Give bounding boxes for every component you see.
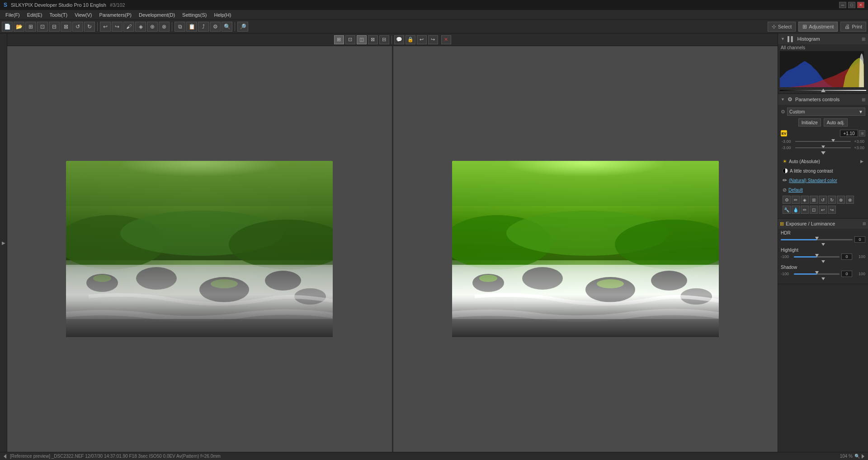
exposure-luminance-expand-icon[interactable]: ⊞ <box>863 221 866 226</box>
tb-paste-button[interactable]: 📋 <box>186 22 197 32</box>
auto-adj-button[interactable]: Auto adj. <box>824 118 848 127</box>
canvas-comment-button[interactable]: 💬 <box>394 35 404 44</box>
canvas-close-button[interactable]: ✕ <box>441 35 451 44</box>
tool-btn-9[interactable]: 🔧 <box>783 206 791 214</box>
highlight-value-box[interactable]: 0 <box>841 253 852 260</box>
hdr-value-box[interactable]: 0 <box>854 236 865 243</box>
canvas-lock-button[interactable]: 🔒 <box>406 35 415 44</box>
tb-search-button[interactable]: 🔍 <box>222 22 232 32</box>
titlebar-controls[interactable]: ─ □ ✕ <box>839 2 864 8</box>
print-button[interactable]: 🖨 Print <box>840 22 866 32</box>
minimize-button[interactable]: ─ <box>839 2 846 8</box>
exposure-luminance-header[interactable]: ⊞ Exposure / Luminance ⊞ <box>778 219 868 229</box>
hdr-slider-thumb[interactable] <box>815 237 819 240</box>
parameters-expand-icon[interactable]: ⊞ <box>862 97 865 102</box>
tb-grid-button[interactable]: ⊞ <box>25 22 36 32</box>
sun-icon: ☀ <box>783 159 787 164</box>
hdr-value: 0 <box>859 237 861 242</box>
menu-parameters[interactable]: Parameters(P) <box>95 11 135 19</box>
histogram-slider[interactable] <box>780 90 866 91</box>
menu-view[interactable]: View(V) <box>71 11 95 19</box>
hdr-triangle-icon[interactable] <box>821 243 825 246</box>
tb-settings-button[interactable]: ⚙ <box>210 22 221 32</box>
statusbar-left-arrow-icon[interactable] <box>4 454 6 459</box>
tool-btn-2[interactable]: ✏ <box>792 196 800 204</box>
canvas-split-button[interactable]: ⊠ <box>368 35 378 44</box>
default-text[interactable]: Default <box>788 188 863 192</box>
tool-btn-13[interactable]: ↩ <box>819 206 827 214</box>
highlight-slider-thumb[interactable] <box>815 254 819 257</box>
exposure-slider2-thumb[interactable] <box>821 146 825 148</box>
tool-btn-11[interactable]: ✏ <box>801 206 809 214</box>
select-button[interactable]: ⊹ Select <box>768 22 796 32</box>
statusbar-right-arrow-icon[interactable] <box>862 454 864 459</box>
left-strip-arrow-icon: ▶ <box>2 240 5 245</box>
tool-btn-4[interactable]: ⊞ <box>810 196 818 204</box>
close-button[interactable]: ✕ <box>857 2 864 8</box>
tool-btn-14[interactable]: ↪ <box>828 206 836 214</box>
tb-undo-button[interactable]: ↩ <box>100 22 111 32</box>
menu-tools[interactable]: Tools(T) <box>46 11 71 19</box>
tb-export-button[interactable]: ⤴ <box>198 22 209 32</box>
exposure-value-box[interactable]: +1.10 <box>840 130 858 137</box>
exposure-slider-thumb[interactable] <box>831 139 835 142</box>
tb-rotate-right-button[interactable]: ↻ <box>84 22 95 32</box>
tb-crop-button[interactable]: ⊟ <box>49 22 60 32</box>
tb-heal-button[interactable]: ⊗ <box>159 22 170 32</box>
tool-btn-7[interactable]: ⊕ <box>837 196 845 204</box>
tb-new-button[interactable]: 📄 <box>2 22 13 32</box>
exposure-grid-button[interactable]: ⊞ <box>859 130 865 136</box>
shadow-value-box[interactable]: 0 <box>841 271 852 277</box>
canvas-grid-button[interactable]: ⊟ <box>379 35 389 44</box>
histogram-expand-icon[interactable]: ⊞ <box>862 37 865 42</box>
menu-settings[interactable]: Settings(S) <box>179 11 210 19</box>
histogram-triangle-handle[interactable] <box>821 89 826 92</box>
auto-absolute-expand-icon[interactable]: ▶ <box>860 159 863 164</box>
shadow-triangle-icon[interactable] <box>821 277 825 280</box>
exposure-slider-track[interactable] <box>795 141 851 142</box>
tb-open-button[interactable]: 📂 <box>14 22 24 32</box>
canvas-redo-button[interactable]: ↪ <box>428 35 438 44</box>
adjustment-button[interactable]: ⊞ Adjustment <box>798 22 838 32</box>
shadow-slider-thumb[interactable] <box>815 271 819 274</box>
tb-clone-button[interactable]: ⊕ <box>147 22 158 32</box>
menu-file[interactable]: File(F) <box>2 11 24 19</box>
tool-btn-12[interactable]: ⊡ <box>810 206 818 214</box>
tb-copy-button[interactable]: ⧉ <box>175 22 185 32</box>
canvas-single-button[interactable]: ⊡ <box>345 35 355 44</box>
svg-rect-13 <box>66 319 333 337</box>
left-strip[interactable]: ▶ <box>0 33 7 452</box>
menu-development[interactable]: Development(D) <box>135 11 179 19</box>
parameters-header[interactable]: ▼ ⚙ Parameters controls ⊞ <box>778 94 868 105</box>
tool-btn-5[interactable]: ↺ <box>819 196 827 204</box>
tb-single-button[interactable]: ⊡ <box>37 22 48 32</box>
hdr-slider-track[interactable] <box>781 239 853 240</box>
highlight-slider-track[interactable] <box>794 256 840 258</box>
tb-zoom-button[interactable]: 🔎 <box>237 22 248 32</box>
tb-eraser-button[interactable]: ◈ <box>135 22 146 32</box>
shadow-slider-track[interactable] <box>794 273 840 275</box>
tool-btn-6[interactable]: ↻ <box>828 196 836 204</box>
tb-brush-button[interactable]: 🖌 <box>123 22 134 32</box>
canvas-side-by-side-button[interactable]: ⊞ <box>334 35 344 44</box>
initialize-button[interactable]: Initialize <box>798 118 821 127</box>
canvas-undo-button[interactable]: ↩ <box>417 35 427 44</box>
histogram-header[interactable]: ▼ ▌▌ Histogram ⊞ <box>778 33 868 44</box>
tb-rotate-left-button[interactable]: ↺ <box>72 22 83 32</box>
highlight-triangle-icon[interactable] <box>821 260 825 263</box>
exposure-triangle-icon[interactable] <box>821 151 826 155</box>
tb-compare-button[interactable]: ⊠ <box>61 22 71 32</box>
exposure-slider2-track[interactable] <box>795 147 851 148</box>
tool-btn-1[interactable]: ⚙ <box>783 196 791 204</box>
menu-help[interactable]: Help(H) <box>211 11 235 19</box>
canvas-compare-button[interactable]: ◫ <box>357 35 367 44</box>
menu-edit[interactable]: Edit(E) <box>24 11 46 19</box>
tool-btn-10[interactable]: 💧 <box>792 206 800 214</box>
hdr-label: HDR <box>781 230 791 235</box>
tool-btn-8[interactable]: ⊗ <box>846 196 854 204</box>
color-text[interactable]: (Natural) Standard color <box>789 178 863 183</box>
maximize-button[interactable]: □ <box>848 2 855 8</box>
tool-btn-3[interactable]: ◈ <box>801 196 809 204</box>
preset-dropdown[interactable]: Custom ▼ <box>787 108 865 116</box>
tb-redo-button[interactable]: ↪ <box>112 22 123 32</box>
